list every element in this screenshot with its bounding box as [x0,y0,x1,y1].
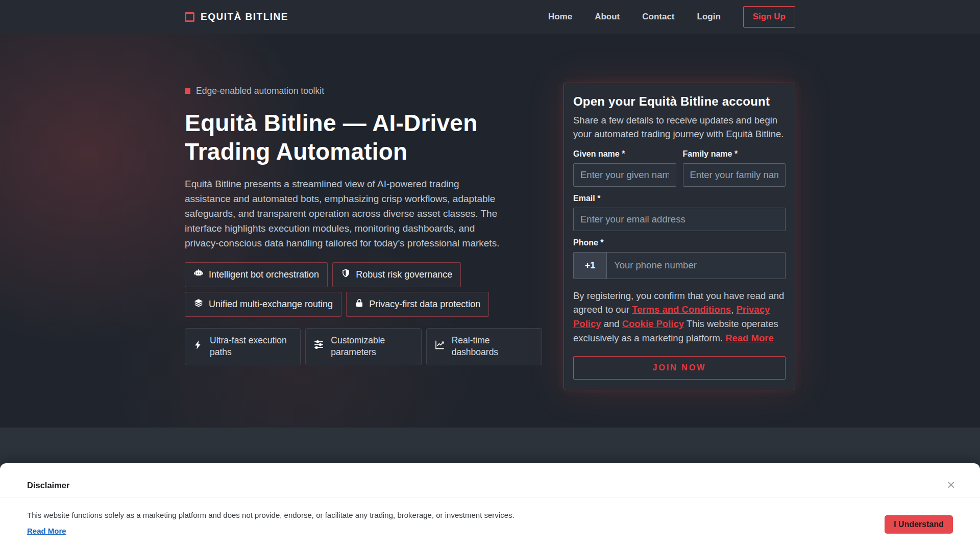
signup-form-card: Open your Equità Bitline account Share a… [564,83,795,390]
feature-pill-bot-orchestration: Intelligent bot orchestration [185,262,328,287]
i-understand-button[interactable]: I Understand [885,515,953,534]
feature-card-label: Customizable parameters [331,335,413,359]
feature-card-parameters: Customizable parameters [305,328,421,365]
feature-pill-label: Unified multi-exchange routing [209,299,333,310]
feature-pill-label: Privacy-first data protection [369,299,480,310]
feature-pill-risk-governance: Robust risk governance [332,262,461,287]
feature-pills: Intelligent bot orchestration Robust ris… [185,262,542,317]
phone-label: Phone * [573,238,786,247]
legal-text: By registering, you confirm that you hav… [573,289,786,345]
form-title: Open your Equità Bitline account [573,94,786,109]
lock-icon [355,298,364,310]
hero-description: Equità Bitline presents a streamlined vi… [185,177,506,251]
close-icon[interactable]: ✕ [946,480,955,490]
disclaimer-bar: Disclaimer This website functions solely… [0,463,980,551]
disclaimer-body: This website functions solely as a marke… [27,511,953,519]
page-title: Equità Bitline — AI-Driven Trading Autom… [185,109,542,166]
shield-icon [341,268,351,281]
nav-link-login[interactable]: Login [697,12,721,22]
brand-name: EQUITÀ BITLINE [201,11,288,22]
nav-link-home[interactable]: Home [548,12,572,22]
tagline-bullet-icon [185,88,190,94]
sliders-icon [313,339,324,354]
bolt-icon [193,339,203,355]
email-label: Email * [573,194,786,203]
page-title-line1: Equità Bitline — AI-Driven [185,110,477,136]
page-title-line2: Trading Automation [185,138,407,165]
join-now-button[interactable]: JOIN NOW [573,356,786,380]
disclaimer-divider [0,497,980,497]
feature-pill-label: Intelligent bot orchestration [209,269,319,280]
phone-prefix-select[interactable]: +1 [574,253,606,279]
nav-link-contact[interactable]: Contact [642,12,674,22]
signup-button[interactable]: Sign Up [743,6,795,28]
disclaimer-read-more-link[interactable]: Read More [27,527,66,535]
phone-field[interactable] [606,253,785,279]
feature-pill-multi-exchange: Unified multi-exchange routing [185,292,341,317]
nav-links: Home About Contact Login Sign Up [548,6,795,28]
brand-logo[interactable]: EQUITÀ BITLINE [185,11,288,22]
family-name-field[interactable] [683,163,786,187]
robot-icon [193,268,204,281]
legal-conjunction: and [601,318,622,329]
feature-pill-data-protection: Privacy-first data protection [346,292,489,317]
family-name-label: Family name * [683,149,786,159]
feature-card-label: Ultra-fast execution paths [210,335,292,359]
hero-section: Edge-enabled automation toolkit Equità B… [0,34,980,428]
email-field[interactable] [573,208,786,231]
phone-field-group: +1 [573,252,786,279]
nav-link-about[interactable]: About [595,12,620,22]
disclaimer-title: Disclaimer [27,481,953,490]
navbar: EQUITÀ BITLINE Home About Contact Login … [0,0,980,34]
terms-link[interactable]: Terms and Conditions [632,304,731,315]
layers-icon [193,298,204,311]
legal-read-more-link[interactable]: Read More [725,333,774,343]
feature-cards: Ultra-fast execution paths Customizable … [185,328,542,365]
hero-tagline: Edge-enabled automation toolkit [185,86,542,96]
tagline-text: Edge-enabled automation toolkit [196,86,324,96]
given-name-label: Given name * [573,149,676,159]
legal-separator: , [731,304,736,315]
feature-card-dashboards: Real-time dashboards [426,328,542,365]
logo-icon [185,12,194,22]
feature-pill-label: Robust risk governance [356,269,452,280]
feature-card-label: Real-time dashboards [452,335,534,359]
form-subtitle: Share a few details to receive updates a… [573,114,786,141]
given-name-field[interactable] [573,163,676,187]
cookie-link[interactable]: Cookie Policy [622,318,684,329]
feature-card-execution: Ultra-fast execution paths [185,328,301,365]
chart-icon [434,339,445,354]
